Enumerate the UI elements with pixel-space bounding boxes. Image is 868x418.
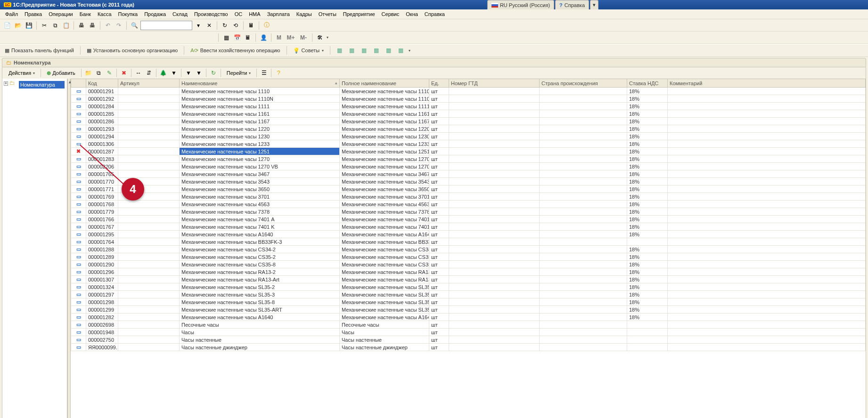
level-icon[interactable]: ⇵ (144, 68, 154, 78)
table-row[interactable]: ▭000001765Механические настенные часы 34… (71, 170, 866, 178)
table-row[interactable]: ▭000001294Механические настенные часы 12… (71, 133, 866, 140)
table-row[interactable]: ▭000001767Механические настенные часы 74… (71, 223, 866, 231)
open-icon[interactable]: 📂 (13, 21, 23, 30)
col-country[interactable]: Страна происхождения (540, 79, 627, 88)
goto-dropdown[interactable]: Перейти▾ (223, 69, 254, 77)
search-icon[interactable]: 🔍 (130, 21, 139, 30)
table-row[interactable]: ▭000002206Механические настенные часы 12… (71, 163, 866, 170)
save-icon[interactable]: 💾 (24, 21, 33, 30)
rep6-icon[interactable]: ▦ (396, 46, 405, 55)
menu-cash[interactable]: Касса (95, 10, 115, 18)
table-row[interactable]: ▭000001324Механические настенные часы SL… (71, 283, 866, 291)
table-row[interactable]: ▭000001289Механические настенные часы CS… (71, 253, 866, 261)
table-row[interactable]: ▭000001770Механические настенные часы 35… (71, 178, 866, 185)
menu-nma[interactable]: НМА (246, 10, 263, 18)
table-row[interactable]: ▭000001285Механические настенные часы 11… (71, 110, 866, 118)
menu-hr[interactable]: Кадры (294, 10, 315, 18)
table-row[interactable]: ▭000001299Механические настенные часы SL… (71, 306, 866, 314)
add-folder-icon[interactable]: 📁 (84, 68, 93, 78)
col-name[interactable]: Наименование▴ (180, 79, 340, 88)
print-preview-icon[interactable]: 🖶 (88, 21, 97, 30)
col-icon[interactable] (71, 79, 86, 88)
info-icon[interactable]: ⓘ (262, 21, 271, 30)
menu-warehouse[interactable]: Склад (170, 10, 190, 18)
search-dropdown-icon[interactable]: ▾ (194, 21, 203, 30)
move-icon[interactable]: ↔ (134, 68, 143, 78)
table-row[interactable]: ▭000001779Механические настенные часы 73… (71, 208, 866, 216)
rep4-icon[interactable]: ▦ (371, 46, 381, 55)
table-row[interactable]: ▭000001764Механические настенные часы BB… (71, 238, 866, 246)
col-fullname[interactable]: Полное наименование (340, 79, 429, 88)
table-row[interactable]: ▭000001290Механические настенные часы CS… (71, 261, 866, 268)
set-org-button[interactable]: ▦ Установить основную организацию (85, 47, 180, 54)
table-row[interactable]: ▭000001295Механические настенные часы A1… (71, 231, 866, 238)
paste-icon[interactable]: 📋 (61, 21, 71, 30)
m-plus-button[interactable]: M+ (285, 33, 296, 42)
menu-operations[interactable]: Операции (46, 10, 75, 18)
nav-icon[interactable]: ⟲ (231, 21, 240, 30)
splitter[interactable]: ▲ ▼ (67, 79, 71, 418)
table-row[interactable]: ▭000001288Механические настенные часы CS… (71, 246, 866, 253)
menu-salary[interactable]: Зарплата (264, 10, 293, 18)
col-article[interactable]: Артикул (118, 79, 180, 88)
menu-reports[interactable]: Отчеты (316, 10, 339, 18)
help-tab[interactable]: ? Справка (555, 0, 589, 9)
table-row[interactable]: ▭000001298Механические настенные часы SL… (71, 298, 866, 306)
tree-expand-icon[interactable]: + (4, 81, 8, 86)
settings-icon[interactable]: 🛠 (315, 33, 325, 42)
calc-icon[interactable]: 🖩 (246, 21, 256, 30)
table-row[interactable]: ✖000001287Механические настенные часы 12… (71, 148, 866, 155)
table-row[interactable]: ▭000001284Механические настенные часы 11… (71, 103, 866, 110)
table-row[interactable]: ▭000001297Механические настенные часы SL… (71, 291, 866, 298)
actions-dropdown[interactable]: Действия▾ (5, 69, 38, 77)
menu-help[interactable]: Справка (422, 10, 448, 18)
table-row[interactable]: ▭000001307Механические настенные часы RA… (71, 276, 866, 283)
help-list-icon[interactable]: ? (274, 68, 283, 78)
enter-op-button[interactable]: A⟳ Ввести хозяйственную операцию (188, 47, 282, 54)
menu-edit[interactable]: Правка (22, 10, 45, 18)
table-icon[interactable]: ▦ (221, 33, 231, 42)
add-button[interactable]: ⊕ Добавить (43, 69, 79, 77)
delete-icon[interactable]: ✖ (119, 68, 129, 78)
redo-icon[interactable]: ↷ (114, 21, 123, 30)
table-row[interactable]: ▭000001283Механические настенные часы 12… (71, 155, 866, 163)
menu-windows[interactable]: Окна (403, 10, 421, 18)
filter1-icon[interactable]: ▼ (169, 68, 179, 78)
menu-purchase[interactable]: Покупка (115, 10, 141, 18)
refresh-list-icon[interactable]: ↻ (209, 68, 218, 78)
m-button[interactable]: M (274, 33, 284, 42)
m-minus-button[interactable]: M- (298, 33, 309, 42)
col-comment[interactable]: Комментарий (668, 79, 866, 88)
table-row[interactable]: ▭000001291Механические настенные часы 11… (71, 88, 866, 95)
filter-off-icon[interactable]: ▼ (194, 68, 204, 78)
menu-service[interactable]: Сервис (379, 10, 402, 18)
refresh-icon[interactable]: ↻ (220, 21, 229, 30)
table-row[interactable]: ▭000001306Механические настенные часы 12… (71, 140, 866, 148)
table-row[interactable]: ▭000002698Песочные часыПесочные часышт (71, 321, 866, 329)
table-row[interactable]: ▭000001948ЧасыЧасышт (71, 329, 866, 336)
menu-file[interactable]: Файл (2, 10, 21, 18)
cut-icon[interactable]: ✂ (40, 21, 49, 30)
table-row[interactable]: ▭000001768Механические настенные часы 45… (71, 201, 866, 208)
copy-row-icon[interactable]: ⧉ (94, 68, 104, 78)
table-row[interactable]: ▭000001296Механические настенные часы RA… (71, 268, 866, 276)
settings-dropdown-icon[interactable]: ▾ (327, 35, 328, 40)
splitter-up-icon[interactable]: ▲ (68, 79, 70, 85)
table-row[interactable]: ▭000001286Механические настенные часы 11… (71, 118, 866, 125)
undo-icon[interactable]: ↶ (103, 21, 113, 30)
menu-os[interactable]: ОС (232, 10, 246, 18)
menu-enterprise[interactable]: Предприятие (340, 10, 378, 18)
col-vat[interactable]: Ставка НДС (627, 79, 668, 88)
calendar-icon[interactable]: 📅 (232, 33, 242, 42)
show-panel-button[interactable]: ▦ Показать панель функций (3, 47, 76, 54)
table-row[interactable]: ▭000001293Механические настенные часы 12… (71, 125, 866, 133)
copy-icon[interactable]: ⧉ (50, 21, 60, 30)
user-icon[interactable]: 👤 (259, 33, 268, 42)
data-grid[interactable]: Код Артикул Наименование▴ Полное наимено… (71, 79, 866, 351)
form-icon[interactable]: ☰ (259, 68, 269, 78)
menu-sale[interactable]: Продажа (141, 10, 169, 18)
table-row[interactable]: ▭000001282Механические настенные часы А1… (71, 314, 866, 321)
table-row[interactable]: ▭ЯЯ0000099...Часы настенные джинджерЧасы… (71, 344, 866, 351)
print-icon[interactable]: 🖶 (77, 21, 86, 30)
edit-icon[interactable]: ✎ (105, 68, 114, 78)
